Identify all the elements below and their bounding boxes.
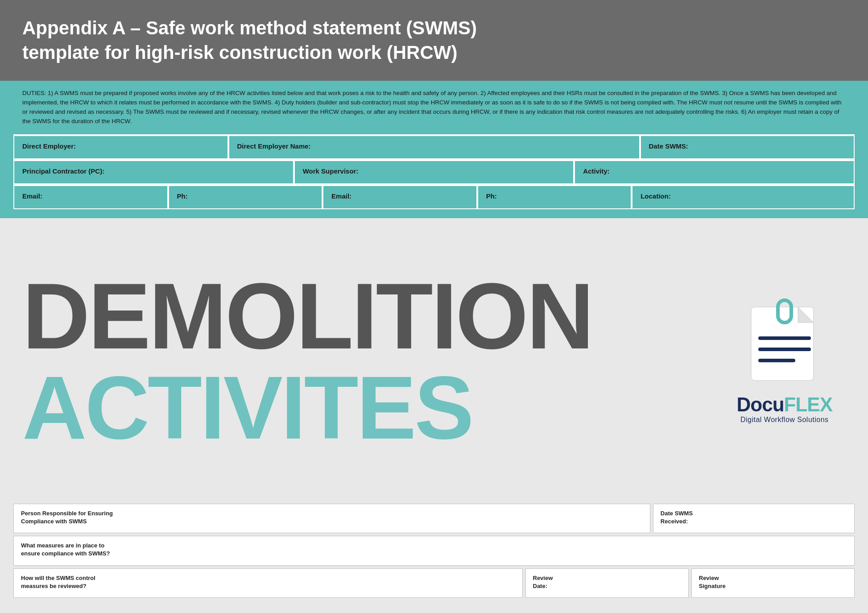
date-swms-received-cell: Date SWMSReceived: [653,504,855,533]
direct-employer-cell: Direct Employer: [13,135,228,159]
header-title: Appendix A – Safe work method statement … [22,16,846,65]
what-measures-cell: What measures are in place toensure comp… [13,536,855,565]
form-row-2: Principal Contractor (PC): Work Supervis… [13,159,855,184]
principal-contractor-label: Principal Contractor (PC): [22,167,104,175]
docuflex-document-icon [744,298,825,387]
form-section: Direct Employer: Direct Employer Name: D… [0,134,868,218]
how-reviewed-cell: How will the SWMS controlmeasures be rev… [13,568,523,598]
bottom-section: Person Responsible for EnsuringComplianc… [0,504,868,613]
ph-left-label: Ph: [177,192,188,200]
ph-right-cell: Ph: [477,185,632,209]
email-right-cell: Email: [322,185,477,209]
ph-right-label: Ph: [486,192,497,200]
principal-contractor-cell: Principal Contractor (PC): [13,160,294,184]
direct-employer-label: Direct Employer: [22,142,76,150]
bottom-row-3: How will the SWMS controlmeasures be rev… [13,568,855,598]
logo-area: DocuFLEX Digital Workflow Solutions [737,298,832,424]
activites-text: ACTIVITES [22,363,472,452]
activity-label: Activity: [583,167,609,175]
main-content: DEMOLITION ACTIVITES DocuFLEX Digital Wo… [0,218,868,504]
logo-flex: FLEX [784,393,832,415]
location-cell: Location: [632,185,855,209]
logo-subtitle: Digital Workflow Solutions [737,416,832,424]
review-signature-label: ReviewSignature [699,574,847,590]
form-row-1: Direct Employer: Direct Employer Name: D… [13,134,855,159]
work-supervisor-label: Work Supervisor: [303,167,359,175]
header: Appendix A – Safe work method statement … [0,0,868,81]
review-date-cell: ReviewDate: [525,568,689,598]
date-swms-cell: Date SWMS: [640,135,855,159]
review-signature-cell: ReviewSignature [691,568,855,598]
how-reviewed-label: How will the SWMS controlmeasures be rev… [21,574,515,590]
bottom-row-2: What measures are in place toensure comp… [13,536,855,565]
duties-text: DUTIES: 1) A SWMS must be prepared if pr… [22,89,846,126]
demolition-text: DEMOLITION [22,269,592,363]
work-supervisor-cell: Work Supervisor: [294,160,575,184]
logo-brand: DocuFLEX [737,393,832,416]
logo-docu: Docu [737,393,784,415]
activity-cell: Activity: [574,160,855,184]
person-responsible-cell: Person Responsible for EnsuringComplianc… [13,504,650,533]
what-measures-label: What measures are in place toensure comp… [21,542,847,558]
direct-employer-name-label: Direct Employer Name: [237,142,311,150]
review-date-label: ReviewDate: [533,574,681,590]
ph-left-cell: Ph: [168,185,323,209]
date-swms-received-label: Date SWMSReceived: [661,509,847,526]
email-right-label: Email: [331,192,351,200]
duties-bar: DUTIES: 1) A SWMS must be prepared if pr… [0,81,868,134]
email-left-label: Email: [22,192,42,200]
bottom-row-1: Person Responsible for EnsuringComplianc… [13,504,855,533]
form-row-3: Email: Ph: Email: Ph: Location: [13,184,855,209]
direct-employer-name-cell: Direct Employer Name: [228,135,640,159]
person-responsible-label: Person Responsible for EnsuringComplianc… [21,509,643,526]
location-label: Location: [641,192,671,200]
email-left-cell: Email: [13,185,168,209]
date-swms-label: Date SWMS: [649,142,688,150]
